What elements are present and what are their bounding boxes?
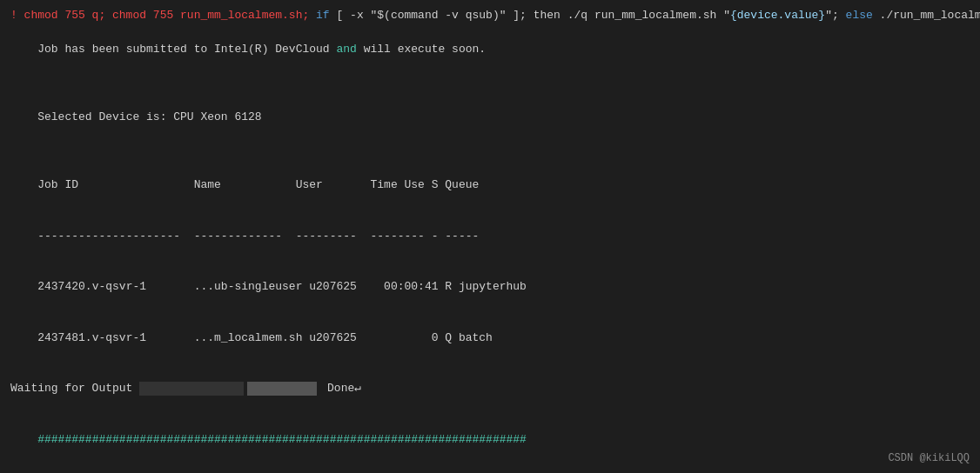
progress-bar-1	[139, 382, 244, 396]
table-row-2: 2437481.v-qsvr-1 ...m_localmem.sh u20762…	[10, 312, 970, 363]
waiting-done: Done↵	[320, 380, 361, 397]
blank-line-1	[10, 75, 970, 92]
job-submitted-and: and	[336, 43, 356, 56]
cmd-else: else	[846, 7, 873, 24]
footer-credit: CSDN @kikiLQQ	[888, 450, 970, 466]
waiting-prefix: Waiting for Output	[10, 380, 139, 397]
date-line: # Date: Sun 26 Nov 2023 06:02:31 PM PST	[10, 465, 970, 474]
table-header-line: Job ID Name User Time Use S Queue	[10, 160, 970, 211]
terminal-output: ! chmod 755 q; chmod 755 run_mm_localmem…	[10, 7, 970, 473]
cmd-device: {device.value}	[730, 7, 825, 24]
table-row-1: 2437420.v-qsvr-1 ...ub-singleuser u20762…	[10, 262, 970, 313]
selected-device-line: Selected Device is: CPU Xeon 6128	[10, 92, 970, 143]
cmd-condition: [ -x "$(command -v qsub)" ]; then ./q ru…	[330, 7, 730, 24]
cmd-semicolon: ";	[825, 7, 845, 24]
progress-bar-2	[247, 382, 317, 396]
job-submitted-line: Job has been submitted to Intel(R) DevCl…	[10, 24, 970, 76]
cmd-exclaim: ! chmod 755 q; chmod 755 run_mm_localmem…	[10, 7, 316, 24]
cmd-else-part: ./run_mm_localmem.sh; fi	[873, 7, 980, 24]
command-line: ! chmod 755 q; chmod 755 run_mm_localmem…	[10, 7, 970, 24]
blank-line-3	[10, 363, 970, 381]
table-sep-line: --------------------- ------------- ----…	[10, 210, 970, 262]
blank-line-2	[10, 143, 970, 160]
cmd-if: if	[316, 7, 330, 24]
job-submitted-text: Job has been submitted to Intel(R) DevCl…	[37, 43, 336, 56]
job-submitted-end: will execute soon.	[357, 43, 486, 56]
blank-line-4	[10, 397, 970, 415]
hash-line-1: ########################################…	[10, 414, 970, 465]
waiting-line: Waiting for Output Done↵	[10, 380, 970, 397]
